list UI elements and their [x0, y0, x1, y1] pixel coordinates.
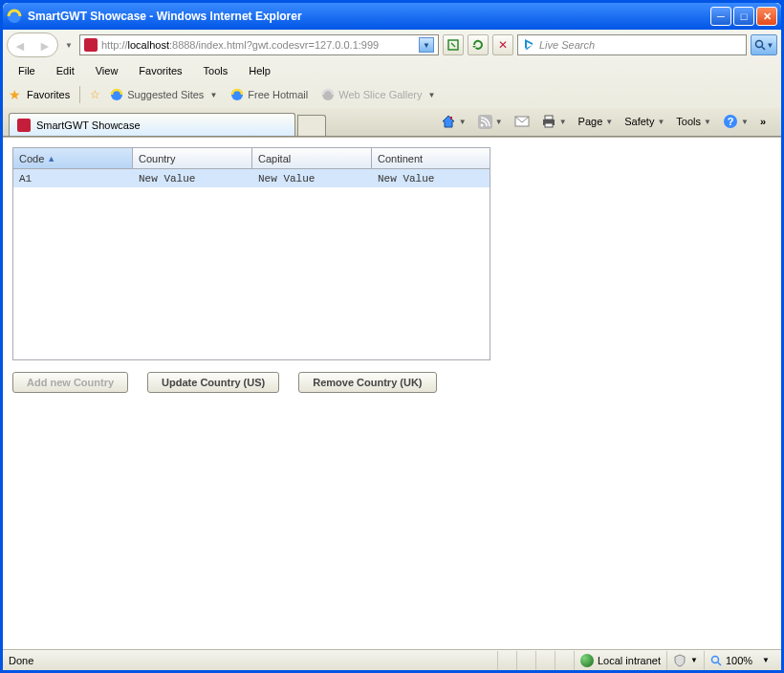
- page-menu[interactable]: Page▼: [575, 114, 618, 129]
- svg-point-4: [755, 41, 762, 48]
- toolbar-overflow[interactable]: »: [756, 116, 770, 127]
- compat-view-button[interactable]: [443, 34, 464, 55]
- cell-continent: New Value: [372, 169, 489, 187]
- forward-button[interactable]: ►: [33, 33, 57, 57]
- shield-icon: [673, 654, 686, 667]
- table-row[interactable]: A1 New Value New Value New Value: [13, 169, 490, 187]
- svg-line-5: [762, 47, 765, 50]
- cell-country: New Value: [133, 169, 252, 187]
- stop-button[interactable]: ✕: [492, 34, 513, 55]
- maximize-button[interactable]: □: [733, 7, 754, 26]
- svg-rect-16: [545, 123, 553, 127]
- site-favicon: [84, 38, 98, 52]
- svg-point-12: [480, 123, 483, 126]
- cell-code: A1: [13, 169, 133, 187]
- print-icon: [541, 115, 556, 128]
- nav-buttons: ◄ ►: [7, 33, 58, 57]
- add-favorite-icon[interactable]: ☆: [90, 88, 100, 101]
- globe-icon: [580, 654, 594, 667]
- help-icon: ?: [723, 114, 738, 129]
- country-grid[interactable]: Code▲ Country Capital Continent A1 New V…: [12, 147, 490, 360]
- svg-point-19: [711, 656, 718, 662]
- menu-edit[interactable]: Edit: [47, 63, 84, 78]
- svg-line-20: [718, 662, 721, 665]
- refresh-button[interactable]: [468, 34, 489, 55]
- column-code[interactable]: Code▲: [13, 148, 133, 168]
- add-country-button: Add new Country: [12, 372, 128, 393]
- svg-rect-15: [545, 116, 553, 119]
- ie-icon: [7, 9, 22, 24]
- status-bar: Done Local intranet ▼ 100% ▼: [3, 649, 781, 670]
- svg-marker-9: [443, 116, 454, 127]
- svg-marker-3: [472, 46, 476, 48]
- address-bar[interactable]: http://localhost:8888/index.html?gwt.cod…: [79, 34, 439, 55]
- search-placeholder: Live Search: [539, 39, 742, 51]
- sort-asc-icon: ▲: [47, 154, 55, 163]
- ie-small-icon: [230, 88, 244, 101]
- suggested-sites-link[interactable]: Suggested Sites▼: [106, 86, 221, 103]
- address-url: http://localhost:8888/index.html?gwt.cod…: [101, 39, 415, 51]
- column-capital[interactable]: Capital: [252, 148, 372, 168]
- tab-smartgwt[interactable]: SmartGWT Showcase: [9, 113, 295, 136]
- bing-icon: [522, 38, 535, 52]
- menu-help[interactable]: Help: [239, 63, 280, 78]
- back-button[interactable]: ◄: [8, 33, 33, 57]
- home-button[interactable]: ▼: [437, 112, 470, 131]
- search-box[interactable]: Live Search: [517, 34, 747, 55]
- tab-favicon: [17, 119, 31, 132]
- free-hotmail-link[interactable]: Free Hotmail: [227, 86, 312, 103]
- update-country-button[interactable]: Update Country (US): [147, 372, 279, 393]
- address-dropdown[interactable]: ▼: [419, 37, 434, 53]
- menu-bar: File Edit View Favorites Tools Help: [3, 60, 781, 81]
- svg-rect-10: [450, 117, 452, 119]
- web-slice-gallery-link[interactable]: Web Slice Gallery▼: [317, 86, 439, 103]
- ie-small-icon-gray: [321, 88, 335, 101]
- page-content: Code▲ Country Capital Continent A1 New V…: [3, 138, 781, 649]
- rss-icon: [478, 115, 492, 129]
- security-zone[interactable]: Local intranet: [574, 651, 666, 670]
- zoom-icon: [710, 655, 722, 666]
- close-button[interactable]: ✕: [756, 7, 777, 26]
- zoom-level[interactable]: 100% ▼: [704, 651, 775, 670]
- status-text: Done: [9, 655, 497, 666]
- new-tab-button[interactable]: [297, 115, 326, 136]
- window-title: SmartGWT Showcase - Windows Internet Exp…: [28, 10, 710, 23]
- favorites-label[interactable]: Favorites: [27, 89, 70, 100]
- safety-menu[interactable]: Safety▼: [621, 114, 668, 129]
- window-titlebar: SmartGWT Showcase - Windows Internet Exp…: [3, 3, 781, 30]
- search-button[interactable]: ▼: [751, 34, 777, 55]
- minimize-button[interactable]: ─: [710, 7, 731, 26]
- favorites-bar: ★ Favorites ☆ Suggested Sites▼ Free Hotm…: [3, 81, 781, 108]
- column-continent[interactable]: Continent: [372, 148, 489, 168]
- ie-small-icon: [110, 88, 123, 101]
- cell-capital: New Value: [252, 169, 372, 187]
- print-button[interactable]: ▼: [537, 113, 571, 130]
- grid-header: Code▲ Country Capital Continent: [13, 148, 490, 169]
- svg-line-2: [451, 43, 455, 47]
- feeds-button[interactable]: ▼: [474, 113, 507, 131]
- read-mail-button[interactable]: [511, 114, 534, 129]
- nav-history-dropdown[interactable]: ▼: [62, 33, 76, 57]
- protected-mode[interactable]: ▼: [666, 651, 704, 670]
- tab-title: SmartGWT Showcase: [36, 119, 141, 131]
- help-button[interactable]: ? ▼: [719, 112, 752, 131]
- menu-view[interactable]: View: [86, 63, 128, 78]
- tab-bar: SmartGWT Showcase ▼ ▼ ▼ P: [3, 108, 781, 137]
- tools-menu[interactable]: Tools▼: [672, 114, 715, 129]
- favorites-star-icon[interactable]: ★: [9, 87, 21, 102]
- remove-country-button[interactable]: Remove Country (UK): [298, 372, 436, 393]
- svg-text:?: ?: [728, 116, 734, 127]
- menu-tools[interactable]: Tools: [194, 63, 238, 78]
- grid-body: A1 New Value New Value New Value: [13, 169, 490, 360]
- menu-file[interactable]: File: [9, 63, 45, 78]
- menu-favorites[interactable]: Favorites: [129, 63, 191, 78]
- home-icon: [441, 114, 456, 129]
- column-country[interactable]: Country: [133, 148, 252, 168]
- mail-icon: [514, 116, 530, 127]
